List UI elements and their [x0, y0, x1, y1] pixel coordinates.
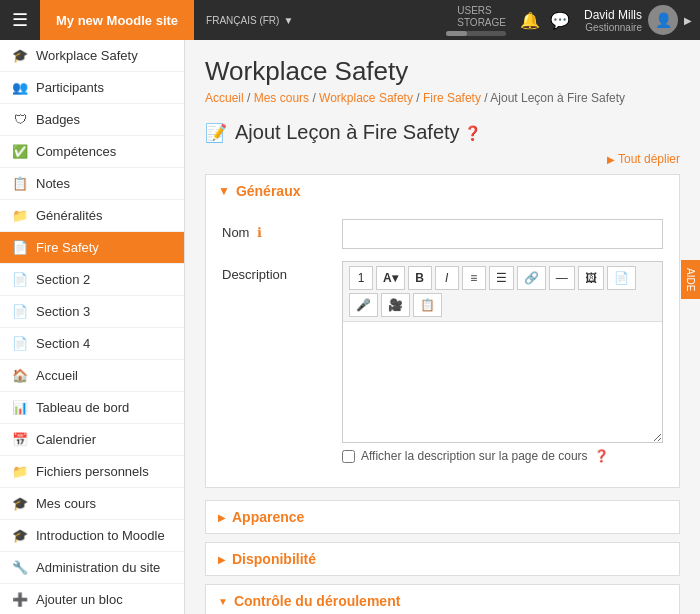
sidebar-item-notes[interactable]: 📋 Notes [0, 168, 184, 200]
check-icon: ✅ [12, 144, 28, 159]
form-row-description: Description 1 A▾ B I ≡ ☰ [222, 261, 663, 463]
description-checkbox-label: Afficher la description sur la page de c… [361, 449, 588, 463]
bell-icon[interactable]: 🔔 [520, 11, 540, 30]
language-selector[interactable]: FRANÇAIS (FR) ▼ [194, 15, 305, 26]
storage-info: USERSSTORAGE [446, 5, 506, 36]
sidebar-item-label: Calendrier [36, 432, 96, 447]
sidebar-item-label: Workplace Safety [36, 48, 138, 63]
page-icon: 📄 [12, 336, 28, 351]
participants-icon: 👥 [12, 80, 28, 95]
sidebar-item-generalites[interactable]: 📁 Généralités [0, 200, 184, 232]
description-checkbox[interactable] [342, 450, 355, 463]
disponibilite-label: Disponibilité [232, 551, 316, 567]
page-title: Workplace Safety [205, 56, 680, 87]
user-info[interactable]: David Mills Gestionnaire 👤 ▶ [584, 5, 692, 35]
form-header: 📝 Ajout Leçon à Fire Safety ❓ [205, 121, 680, 144]
nom-label: Nom ℹ [222, 219, 342, 240]
sidebar-item-label: Section 2 [36, 272, 90, 287]
sidebar-item-fichiers[interactable]: 📁 Fichiers personnels [0, 456, 184, 488]
wrench-icon: 🔧 [12, 560, 28, 575]
message-icon[interactable]: 💬 [550, 11, 570, 30]
dashboard-icon: 📊 [12, 400, 28, 415]
topbar-right: USERSSTORAGE 🔔 💬 David Mills Gestionnair… [446, 5, 700, 36]
breadcrumb-current: Ajout Leçon à Fire Safety [490, 91, 625, 105]
home-icon: 🏠 [12, 368, 28, 383]
editor-container: 1 A▾ B I ≡ ☰ 🔗 — 🖼 📄 [342, 261, 663, 443]
breadcrumb-sep: / [247, 91, 254, 105]
user-role: Gestionnaire [584, 22, 642, 33]
controle-arrow-icon: ▼ [218, 596, 228, 607]
sidebar-item-label: Compétences [36, 144, 116, 159]
editor-btn-format[interactable]: 1 [349, 266, 373, 290]
sidebar-item-competences[interactable]: ✅ Compétences [0, 136, 184, 168]
nom-input[interactable] [342, 219, 663, 249]
section-generaux-body: Nom ℹ Description [206, 207, 679, 487]
avatar: 👤 [648, 5, 678, 35]
sidebar-item-section-4[interactable]: 📄 Section 4 [0, 328, 184, 360]
section-controle[interactable]: ▼ Contrôle du déroulement [205, 584, 680, 614]
page-icon: 📄 [12, 272, 28, 287]
sidebar-item-label: Accueil [36, 368, 78, 383]
required-indicator: ℹ [257, 225, 262, 240]
notes-icon: 📋 [12, 176, 28, 191]
section-arrow-icon: ▼ [218, 184, 230, 198]
editor-btn-video[interactable]: 🎥 [381, 293, 410, 317]
editor-btn-italic[interactable]: I [435, 266, 459, 290]
sidebar-item-label: Participants [36, 80, 104, 95]
sidebar-item-accueil[interactable]: 🏠 Accueil [0, 360, 184, 392]
editor-btn-audio[interactable]: 🎤 [349, 293, 378, 317]
section-disponibilite[interactable]: ▶ Disponibilité [205, 542, 680, 576]
sidebar-item-section-2[interactable]: 📄 Section 2 [0, 264, 184, 296]
editor-btn-font[interactable]: A▾ [376, 266, 405, 290]
site-brand[interactable]: My new Moodle site [40, 0, 194, 40]
storage-bar [446, 31, 506, 36]
description-checkbox-row: Afficher la description sur la page de c… [342, 449, 663, 463]
sidebar-item-admin[interactable]: 🔧 Administration du site [0, 552, 184, 584]
sidebar-item-calendrier[interactable]: 📅 Calendrier [0, 424, 184, 456]
main-layout: 🎓 Workplace Safety 👥 Participants 🛡 Badg… [0, 40, 700, 614]
section-generaux: ▼ Généraux Nom ℹ [205, 174, 680, 488]
section-generaux-header[interactable]: ▼ Généraux [206, 175, 679, 207]
graduation-icon: 🎓 [12, 528, 28, 543]
hamburger-button[interactable]: ☰ [0, 0, 40, 40]
sidebar-item-label: Généralités [36, 208, 102, 223]
editor-btn-bold[interactable]: B [408, 266, 432, 290]
floating-help-button[interactable]: AIDE [681, 260, 700, 299]
breadcrumb-workplace[interactable]: Workplace Safety [319, 91, 413, 105]
sidebar-item-intro[interactable]: 🎓 Introduction to Moodle [0, 520, 184, 552]
sidebar-item-label: Badges [36, 112, 80, 127]
sidebar-item-tableau[interactable]: 📊 Tableau de bord [0, 392, 184, 424]
storage-fill [446, 31, 467, 36]
sidebar-item-workplace-safety[interactable]: 🎓 Workplace Safety [0, 40, 184, 72]
editor-btn-unlink[interactable]: — [549, 266, 575, 290]
editor-btn-file[interactable]: 📄 [607, 266, 636, 290]
controle-label: Contrôle du déroulement [234, 593, 400, 609]
breadcrumb-accueil[interactable]: Accueil [205, 91, 244, 105]
description-label: Description [222, 261, 342, 282]
breadcrumb-fire-safety[interactable]: Fire Safety [423, 91, 481, 105]
site-name: My new Moodle site [56, 13, 178, 28]
breadcrumb-mes-cours[interactable]: Mes cours [254, 91, 309, 105]
editor-btn-olist[interactable]: ☰ [489, 266, 514, 290]
sidebar-item-badges[interactable]: 🛡 Badges [0, 104, 184, 136]
form-help-icon[interactable]: ❓ [464, 125, 481, 141]
editor-btn-ulist[interactable]: ≡ [462, 266, 486, 290]
editor-btn-link[interactable]: 🔗 [517, 266, 546, 290]
sidebar-item-mes-cours[interactable]: 🎓 Mes cours [0, 488, 184, 520]
sidebar-item-section-3[interactable]: 📄 Section 3 [0, 296, 184, 328]
language-arrow-icon: ▼ [283, 15, 293, 26]
section-apparence[interactable]: ▶ Apparence [205, 500, 680, 534]
sidebar-item-label: Fire Safety [36, 240, 99, 255]
expand-all-button[interactable]: Tout déplier [205, 152, 680, 166]
storage-label: USERSSTORAGE [457, 5, 506, 29]
editor-btn-image[interactable]: 🖼 [578, 266, 604, 290]
sidebar-item-participants[interactable]: 👥 Participants [0, 72, 184, 104]
sidebar-item-fire-safety[interactable]: 📄 Fire Safety [0, 232, 184, 264]
sidebar-item-label: Mes cours [36, 496, 96, 511]
plus-icon: ➕ [12, 592, 28, 607]
description-editor[interactable] [343, 322, 662, 442]
editor-btn-embed[interactable]: 📋 [413, 293, 442, 317]
description-help-icon[interactable]: ❓ [594, 449, 609, 463]
folder-icon: 📁 [12, 464, 28, 479]
sidebar-item-add-block[interactable]: ➕ Ajouter un bloc [0, 584, 184, 614]
